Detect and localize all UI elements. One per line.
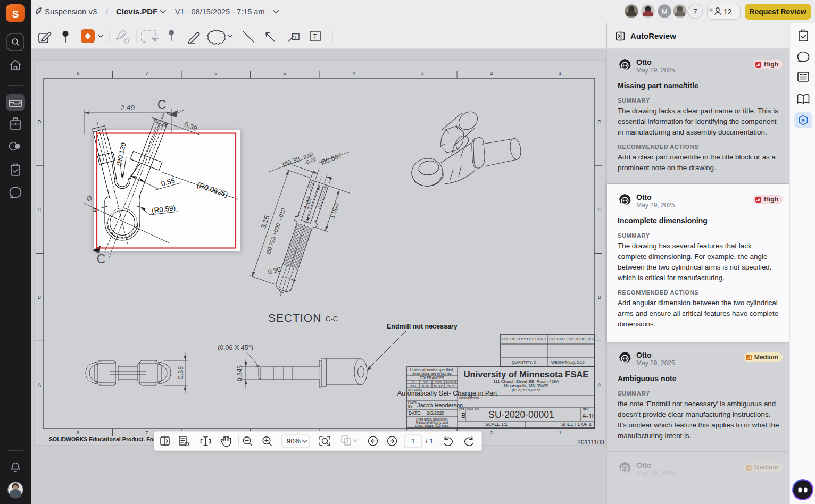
svg-text:X: X <box>412 381 414 384</box>
svg-text:1: 1 <box>411 437 415 445</box>
svg-text:T: T <box>313 33 318 40</box>
svg-text:B: B <box>598 294 601 300</box>
svg-text:20111103: 20111103 <box>577 439 604 446</box>
svg-text:V1 - 08/15/2025 - 7:15 am: V1 - 08/15/2025 - 7:15 am <box>175 7 264 16</box>
svg-text:Request Review: Request Review <box>749 7 806 16</box>
svg-text:±0.5°: ±0.5° <box>447 384 455 388</box>
svg-text:/ 1: / 1 <box>426 437 433 445</box>
svg-text:3: 3 <box>421 70 423 76</box>
svg-text:±0.01: ±0.01 <box>422 384 430 388</box>
svg-text:C: C <box>38 206 41 212</box>
svg-text:M: M <box>662 7 668 15</box>
svg-text:0.345: 0.345 <box>236 365 244 381</box>
svg-text:12: 12 <box>723 7 732 16</box>
svg-text:WEIGHT(lbs):: WEIGHT(lbs): <box>551 360 576 365</box>
svg-text:Suspension v3: Suspension v3 <box>45 7 97 16</box>
svg-text:C-C: C-C <box>326 315 338 323</box>
svg-text:±0.1: ±0.1 <box>410 384 417 388</box>
svg-text:A: A <box>38 382 41 388</box>
svg-text:Endmill not necessary: Endmill not necessary <box>387 323 458 330</box>
svg-text:University of Minnesota FSAE: University of Minnesota FSAE <box>464 369 589 379</box>
svg-text:8: 8 <box>77 70 79 76</box>
svg-text:XX: XX <box>423 381 428 384</box>
svg-text:T: T <box>294 35 297 40</box>
svg-text:SHEET 1 OF 1: SHEET 1 OF 1 <box>561 422 592 427</box>
svg-text:±0.005: ±0.005 <box>434 384 444 388</box>
svg-text:0.69: 0.69 <box>177 366 185 379</box>
svg-text:2: 2 <box>534 360 536 365</box>
svg-text:DWG.: DWG. <box>408 401 418 405</box>
svg-text:D: D <box>598 119 602 124</box>
svg-text:7: 7 <box>693 7 697 15</box>
svg-text:TOLERANCES: TOLERANCES <box>420 376 444 380</box>
svg-text:S: S <box>12 9 19 20</box>
svg-text:BY:: BY: <box>408 405 413 408</box>
svg-text:2: 2 <box>490 430 493 435</box>
svg-text:ANGLE: ANGLE <box>446 381 456 384</box>
svg-text:8: 8 <box>77 430 79 435</box>
svg-text:CHECKED BY OFFICER 2: CHECKED BY OFFICER 2 <box>549 337 594 341</box>
svg-text:dimensions are in inches.: dimensions are in inches. <box>412 372 453 375</box>
svg-text:SCALE 1:1: SCALE 1:1 <box>485 422 508 427</box>
svg-text:DWG. NO.: DWG. NO. <box>467 408 480 411</box>
svg-text:6: 6 <box>214 70 217 76</box>
svg-text:A: A <box>598 382 602 388</box>
svg-text:DESCRIPTION: DESCRIPTION <box>459 397 479 400</box>
svg-text:B: B <box>461 411 466 419</box>
svg-text:QUANTITY:: QUANTITY: <box>512 360 533 365</box>
svg-text:4: 4 <box>352 70 355 76</box>
svg-text:DATE:: DATE: <box>409 410 421 416</box>
svg-text:SU-2020-00001: SU-2020-00001 <box>488 409 554 420</box>
svg-text:1: 1 <box>559 70 561 76</box>
svg-text:/: / <box>106 7 108 16</box>
svg-text:7: 7 <box>145 70 148 76</box>
svg-text:B: B <box>38 294 41 300</box>
svg-text:C: C <box>598 206 602 212</box>
svg-text:2/5/2020: 2/5/2020 <box>427 410 444 416</box>
svg-text:sharp edges .010 max.: sharp edges .010 max. <box>415 424 449 428</box>
svg-text:XXX: XXX <box>435 381 442 384</box>
svg-text:5: 5 <box>283 70 286 76</box>
svg-text:SECTION: SECTION <box>268 312 321 324</box>
svg-text:2: 2 <box>490 70 493 76</box>
svg-text:SIZE: SIZE <box>459 408 465 411</box>
svg-text:(612) 626-2276: (612) 626-2276 <box>512 388 541 392</box>
svg-text:REV.: REV. <box>583 408 589 411</box>
svg-text:90%: 90% <box>287 437 301 445</box>
svg-text:0.10: 0.10 <box>577 360 585 365</box>
svg-text:1: 1 <box>559 430 561 435</box>
svg-text:Clevis.PDF: Clevis.PDF <box>116 7 157 16</box>
svg-text:A-10: A-10 <box>582 413 596 420</box>
svg-text:7: 7 <box>145 430 148 435</box>
svg-text:Jacob Henderson: Jacob Henderson <box>417 402 463 408</box>
svg-text:D: D <box>38 119 41 124</box>
svg-text:Automatically Set- Change in P: Automatically Set- Change in Part <box>397 390 497 397</box>
svg-text:(0.06 X 45°): (0.06 X 45°) <box>218 344 253 351</box>
svg-text:CHECKED BY OFFICER 1: CHECKED BY OFFICER 1 <box>502 337 546 341</box>
